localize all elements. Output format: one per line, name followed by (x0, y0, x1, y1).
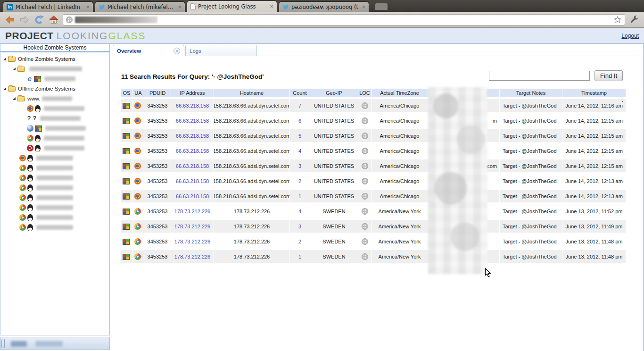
loc-cell[interactable] (358, 175, 371, 187)
ip-link[interactable]: 178.73.212.226 (171, 205, 214, 217)
loc-cell[interactable] (358, 190, 371, 202)
logout-link[interactable]: Logout (621, 33, 639, 39)
tree-folder[interactable]: www. (0, 94, 109, 103)
ip-link[interactable]: 66.63.218.158 (171, 129, 214, 142)
table-row[interactable]: 345325366.63.218.158158.218.63.66.adsl.d… (121, 144, 627, 157)
loc-cell[interactable] (358, 129, 371, 142)
globe-icon[interactable] (362, 223, 368, 230)
table-row[interactable]: 345325366.63.218.158158.218.63.66.adsl.d… (121, 114, 627, 127)
tab-overview[interactable]: Overview × (113, 45, 184, 56)
count-link[interactable]: 4 (290, 205, 310, 217)
column-header[interactable]: UA (132, 89, 144, 97)
tree-item[interactable] (0, 173, 109, 183)
wrench-menu-icon[interactable] (628, 14, 640, 25)
find-it-button[interactable]: Find It (594, 70, 623, 81)
globe-icon[interactable] (362, 253, 368, 260)
tab-close-icon[interactable]: × (173, 48, 180, 54)
reload-button[interactable] (33, 14, 45, 25)
globe-icon[interactable] (362, 193, 368, 200)
column-header[interactable]: Timestamp (562, 89, 626, 97)
count-link[interactable]: 3 (290, 159, 310, 172)
browser-tab[interactable]: Project Looking Glass× (187, 0, 277, 12)
count-link[interactable]: 6 (290, 114, 310, 127)
home-button[interactable] (48, 14, 59, 25)
loc-cell[interactable] (358, 205, 371, 217)
column-header[interactable]: OS (121, 89, 132, 97)
table-row[interactable]: 345325366.63.218.158158.218.63.66.adsl.d… (121, 99, 627, 112)
loc-cell[interactable] (358, 114, 371, 127)
table-row[interactable]: 3453253178.73.212.226178.73.212.2263SWED… (121, 220, 627, 233)
ip-link[interactable]: 66.63.218.158 (171, 159, 214, 172)
tab-logs[interactable]: Logs (185, 45, 257, 56)
tab-close-icon[interactable]: × (362, 5, 365, 9)
column-header[interactable]: Target Notes (500, 89, 562, 97)
ip-link[interactable]: 178.73.212.226 (171, 235, 214, 248)
count-link[interactable]: 2 (290, 175, 310, 187)
tree-item[interactable] (0, 183, 109, 192)
expand-caret-icon[interactable] (13, 67, 16, 70)
tree-item[interactable] (0, 124, 109, 133)
tab-stub[interactable] (375, 3, 388, 10)
back-button[interactable] (4, 14, 16, 25)
count-link[interactable]: 3 (290, 220, 310, 233)
ip-link[interactable]: 178.73.212.226 (171, 220, 214, 233)
ip-link[interactable]: 66.63.218.158 (171, 99, 214, 112)
bookmark-star-icon[interactable] (613, 16, 622, 24)
tree-item[interactable] (0, 153, 109, 163)
globe-icon[interactable] (362, 208, 368, 215)
loc-cell[interactable] (358, 235, 371, 248)
tree-item[interactable] (0, 134, 109, 143)
tree-item[interactable] (0, 163, 109, 173)
globe-icon[interactable] (362, 133, 368, 139)
column-header[interactable]: PDUID (144, 89, 171, 97)
address-bar[interactable] (63, 14, 625, 25)
column-header[interactable]: IP Address (171, 89, 214, 97)
count-link[interactable]: 2 (290, 235, 310, 248)
globe-icon[interactable] (362, 238, 368, 245)
globe-icon[interactable] (362, 163, 368, 169)
browser-tab[interactable]: Michael Felch | LinkedIn× (3, 1, 93, 12)
table-row[interactable]: 345325366.63.218.158158.218.63.66.adsl.d… (121, 175, 627, 187)
tree-item[interactable] (0, 203, 109, 212)
tree-item[interactable] (0, 223, 109, 232)
ip-link[interactable]: 66.63.218.158 (171, 175, 214, 187)
search-input[interactable] (489, 71, 590, 81)
count-link[interactable]: 7 (290, 99, 310, 112)
expand-caret-icon[interactable] (13, 97, 16, 100)
column-header[interactable]: Geo-IP (310, 89, 358, 97)
table-row[interactable]: 345325366.63.218.158158.218.63.66.adsl.d… (121, 129, 627, 142)
tree-folder[interactable] (0, 64, 109, 74)
count-link[interactable]: 1 (290, 250, 310, 263)
tree-folder[interactable]: Online Zombie Systems (0, 54, 109, 64)
tree-item[interactable] (0, 143, 109, 153)
table-row[interactable]: 345325366.63.218.158158.218.63.66.adsl.d… (121, 159, 627, 172)
count-link[interactable]: 1 (290, 190, 310, 202)
tree-item[interactable] (0, 114, 109, 123)
column-header[interactable]: Actual TimeZone (372, 89, 428, 97)
tree-item[interactable] (0, 213, 109, 222)
count-link[interactable]: 5 (290, 129, 310, 142)
loc-cell[interactable] (358, 220, 371, 233)
expand-caret-icon[interactable] (3, 87, 6, 90)
table-row[interactable]: 345325366.63.218.158158.218.63.66.adsl.d… (121, 190, 627, 202)
table-row[interactable]: 3453253178.73.212.226178.73.212.2261SWED… (121, 250, 627, 263)
table-row[interactable]: 3453253178.73.212.226178.73.212.2262SWED… (121, 235, 627, 248)
browser-tab[interactable]: Michael Felch (mikefelch)× (95, 1, 185, 12)
tab-close-icon[interactable]: × (270, 4, 273, 9)
tree-item[interactable] (0, 104, 109, 113)
globe-icon[interactable] (362, 117, 368, 124)
count-link[interactable]: 4 (290, 144, 310, 157)
column-header[interactable]: LOC (358, 89, 371, 97)
collapse-handle-icon[interactable] (1, 339, 5, 348)
ip-link[interactable]: 66.63.218.158 (171, 114, 214, 127)
column-header[interactable]: Hostname (214, 89, 289, 97)
table-row[interactable]: 3453253178.73.212.226178.73.212.2264SWED… (121, 205, 627, 217)
tree-item[interactable] (0, 74, 109, 84)
expand-caret-icon[interactable] (3, 58, 6, 60)
ip-link[interactable]: 66.63.218.158 (171, 144, 214, 157)
globe-icon[interactable] (362, 102, 368, 109)
browser-tab[interactable]: pəzıuodɐəʍ ʞɔopuooq (t× (279, 1, 369, 12)
column-header[interactable]: Count (290, 89, 310, 97)
loc-cell[interactable] (358, 99, 371, 112)
tree-item[interactable] (0, 193, 109, 202)
